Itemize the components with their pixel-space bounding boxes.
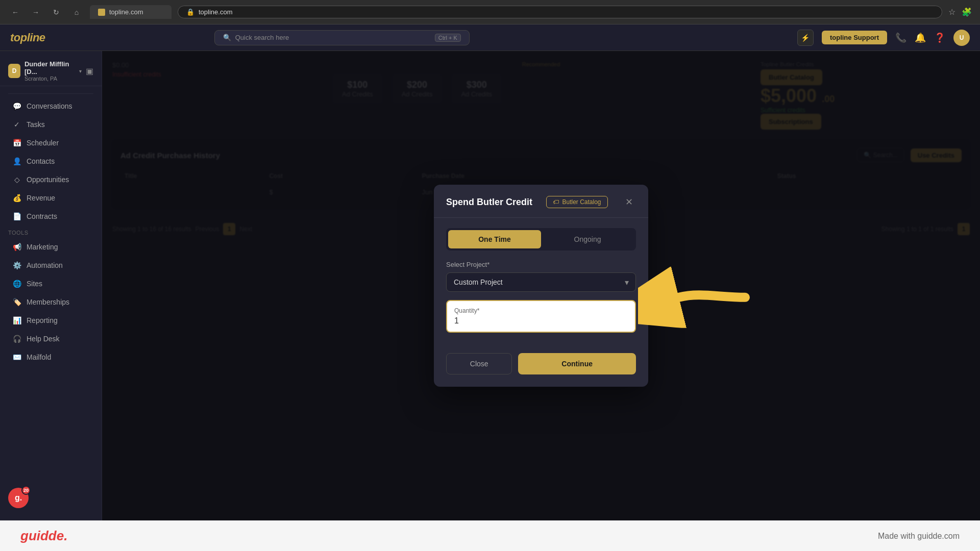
mailfold-icon: ✉️	[12, 353, 21, 362]
tasks-icon: ✓	[12, 120, 21, 129]
support-button[interactable]: topline Support	[822, 31, 887, 44]
contacts-icon: 👤	[12, 157, 21, 166]
notification-badge: 20	[21, 486, 31, 495]
sidebar-item-revenue[interactable]: 💰 Revenue	[4, 189, 97, 207]
automation-icon: ⚙️	[12, 261, 21, 270]
sites-icon: 🌐	[12, 279, 21, 288]
modal-close-button[interactable]: ✕	[622, 195, 636, 209]
workspace-info: Dunder Mifflin [D... Scranton, PA	[24, 60, 75, 82]
search-shortcut: Ctrl + K	[435, 34, 461, 42]
tab-ongoing[interactable]: Ongoing	[541, 230, 634, 248]
back-btn[interactable]: ←	[8, 5, 22, 19]
sidebar-label-scheduler: Scheduler	[27, 139, 59, 147]
top-header: topline 🔍 Quick search here Ctrl + K ⚡ t…	[0, 24, 980, 51]
arrow-svg	[638, 267, 750, 328]
sidebar-label-contacts: Contacts	[27, 157, 55, 165]
star-icon[interactable]: ☆	[948, 7, 955, 17]
sidebar-label-tasks: Tasks	[27, 120, 45, 129]
sidebar-label-helpdesk: Help Desk	[27, 335, 60, 343]
sidebar-item-reporting[interactable]: 📊 Reporting	[4, 312, 97, 329]
browser-tab[interactable]: topline.com	[90, 5, 172, 19]
tools-section-label: Tools	[0, 226, 102, 238]
app-logo: topline	[10, 31, 45, 44]
workspace-chevron-icon: ▾	[79, 68, 82, 74]
sidebar-item-sites[interactable]: 🌐 Sites	[4, 275, 97, 292]
sidebar-item-marketing[interactable]: 📢 Marketing	[4, 238, 97, 256]
modal-overlay[interactable]: Spend Butler Credit 🏷 Butler Catalog ✕ O…	[102, 51, 980, 520]
sidebar-item-scheduler[interactable]: 📅 Scheduler	[4, 134, 97, 152]
search-bar[interactable]: 🔍 Quick search here Ctrl + K	[214, 30, 470, 45]
header-actions: ⚡ topline Support 📞 🔔 ❓ U	[797, 30, 970, 46]
sidebar-item-opportunities[interactable]: ◇ Opportunities	[4, 171, 97, 188]
forward-btn[interactable]: →	[29, 5, 43, 19]
extensions-icon[interactable]: 🧩	[962, 7, 972, 17]
guidde-avatar: g. 20	[8, 488, 29, 508]
avatar[interactable]: U	[953, 30, 970, 46]
sidebar-item-automation[interactable]: ⚙️ Automation	[4, 257, 97, 274]
sidebar-label-automation: Automation	[27, 261, 63, 269]
browser-chrome: ← → ↻ ⌂ topline.com 🔒 topline.com ☆ 🧩	[0, 0, 980, 24]
lightning-btn[interactable]: ⚡	[797, 30, 814, 46]
quantity-field-wrapper[interactable]: Quantity*	[446, 300, 636, 333]
guidde-logo: guidde.	[20, 528, 67, 544]
modal-continue-btn[interactable]: Continue	[518, 353, 636, 374]
tab-row: One Time Ongoing	[446, 228, 636, 251]
sidebar-item-contacts[interactable]: 👤 Contacts	[4, 153, 97, 170]
browser-actions: ☆ 🧩	[948, 7, 972, 17]
arrow-annotation	[638, 267, 750, 330]
home-btn[interactable]: ⌂	[69, 5, 84, 19]
scheduler-icon: 📅	[12, 138, 21, 147]
contracts-icon: 📄	[12, 212, 21, 221]
sidebar-label-opportunities: Opportunities	[27, 176, 69, 184]
tab-label: topline.com	[109, 8, 143, 16]
butler-icon: 🏷	[553, 198, 559, 206]
sidebar: D Dunder Mifflin [D... Scranton, PA ▾ ▣ …	[0, 51, 102, 520]
reporting-icon: 📊	[12, 316, 21, 325]
sidebar-item-helpdesk[interactable]: 🎧 Help Desk	[4, 330, 97, 347]
refresh-btn[interactable]: ↻	[49, 5, 63, 19]
workspace-location: Scranton, PA	[24, 76, 75, 82]
modal-butler-catalog-button[interactable]: 🏷 Butler Catalog	[546, 196, 607, 208]
sidebar-item-mailfold[interactable]: ✉️ Mailfold	[4, 348, 97, 366]
sidebar-label-sites: Sites	[27, 280, 42, 288]
modal-close-btn[interactable]: Close	[446, 353, 512, 374]
help-icon[interactable]: ❓	[934, 32, 945, 43]
workspace-icon: D	[8, 64, 20, 78]
sidebar-label-conversations: Conversations	[27, 102, 72, 110]
guidde-tagline: Made with guidde.com	[878, 532, 960, 541]
phone-icon[interactable]: 📞	[895, 32, 906, 43]
guidde-footer: guidde. Made with guidde.com	[0, 520, 980, 551]
modal-header: Spend Butler Credit 🏷 Butler Catalog ✕	[434, 185, 648, 218]
address-bar[interactable]: 🔒 topline.com	[178, 6, 942, 18]
quantity-input[interactable]	[454, 316, 628, 325]
tab-one-time[interactable]: One Time	[448, 230, 541, 248]
select-project-label: Select Project*	[446, 261, 636, 268]
sidebar-toggle-icon[interactable]: ▣	[86, 66, 93, 76]
sidebar-item-tasks[interactable]: ✓ Tasks	[4, 116, 97, 133]
memberships-icon: 🏷️	[12, 297, 21, 307]
modal-body: One Time Ongoing Select Project* Custom …	[434, 218, 648, 353]
modal-footer: Close Continue	[434, 353, 648, 387]
content-area: $0.00 Insufficient credits Recommended $…	[102, 51, 980, 520]
search-icon: 🔍	[223, 34, 231, 41]
marketing-icon: 📢	[12, 242, 21, 252]
sidebar-label-memberships: Memberships	[27, 298, 69, 306]
bell-icon[interactable]: 🔔	[915, 32, 926, 43]
sidebar-item-conversations[interactable]: 💬 Conversations	[4, 97, 97, 115]
sidebar-item-contracts[interactable]: 📄 Contracts	[4, 208, 97, 225]
opportunities-icon: ◇	[12, 175, 21, 184]
workspace-name: Dunder Mifflin [D...	[24, 60, 75, 76]
tab-favicon	[98, 9, 105, 16]
address-icon: 🔒	[186, 8, 194, 16]
sidebar-label-mailfold: Mailfold	[27, 353, 51, 361]
address-text: topline.com	[199, 8, 232, 16]
sidebar-label-contracts: Contracts	[27, 212, 57, 220]
sidebar-item-memberships[interactable]: 🏷️ Memberships	[4, 293, 97, 311]
project-select[interactable]: Custom Project	[446, 272, 636, 292]
main-area: D Dunder Mifflin [D... Scranton, PA ▾ ▣ …	[0, 51, 980, 520]
sidebar-label-marketing: Marketing	[27, 243, 58, 251]
sidebar-label-revenue: Revenue	[27, 194, 55, 202]
workspace-selector[interactable]: D Dunder Mifflin [D... Scranton, PA ▾ ▣	[0, 55, 102, 86]
helpdesk-icon: 🎧	[12, 334, 21, 343]
guidde-badge[interactable]: g. 20	[0, 480, 102, 516]
